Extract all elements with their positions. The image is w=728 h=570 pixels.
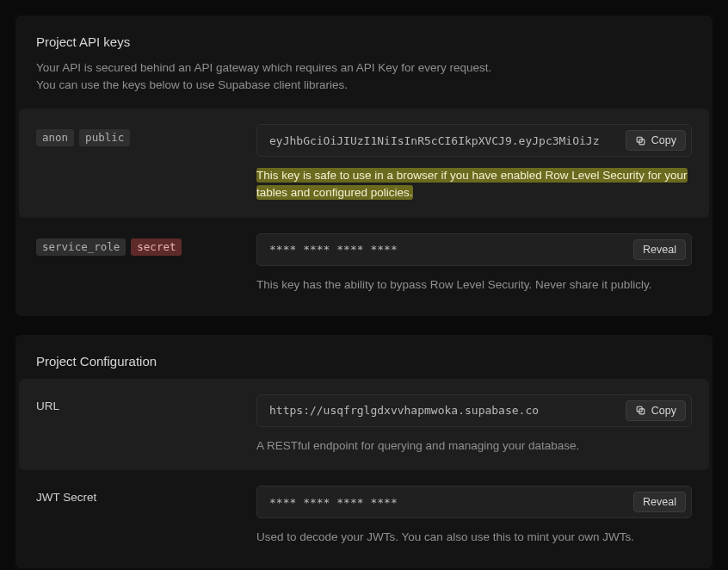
url-label: URL (36, 400, 59, 412)
service-key-value[interactable]: **** **** **** **** (269, 243, 625, 256)
url-label-cell: URL (36, 394, 256, 412)
tag-anon: anon (36, 129, 74, 146)
reveal-service-button[interactable]: Reveal (633, 239, 686, 260)
jwt-row: JWT Secret **** **** **** **** Reveal Us… (19, 470, 709, 561)
anon-key-value[interactable]: eyJhbGciOiJIUzI1NiIsInR5cCI6IkpXVCJ9.eyJ… (269, 134, 617, 147)
copy-label: Copy (651, 405, 676, 417)
url-row: URL https://usqfrglgdxvvhapmwoka.supabas… (19, 379, 709, 470)
url-value[interactable]: https://usqfrglgdxvvhapmwoka.supabase.co (269, 404, 617, 417)
copy-anon-button[interactable]: Copy (626, 130, 686, 151)
anon-key-desc: This key is safe to use in a browser if … (256, 167, 692, 202)
anon-key-value-box: eyJhbGciOiJIUzI1NiIsInR5cCI6IkpXVCJ9.eyJ… (256, 124, 692, 157)
anon-key-row: anon public eyJhbGciOiJIUzI1NiIsInR5cCI6… (19, 108, 709, 218)
api-keys-subtitle: Your API is secured behind an API gatewa… (36, 59, 692, 93)
jwt-label: JWT Secret (36, 491, 96, 504)
url-desc: A RESTful endpoint for querying and mana… (256, 437, 692, 455)
tag-public: public (79, 129, 130, 146)
url-value-box: https://usqfrglgdxvvhapmwoka.supabase.co… (256, 394, 692, 427)
copy-icon (635, 135, 646, 146)
project-config-title: Project Configuration (36, 354, 692, 369)
api-keys-panel: Project API keys Your API is secured beh… (15, 15, 713, 316)
tag-secret: secret (131, 239, 182, 256)
service-key-tags: service_role secret (36, 233, 256, 256)
service-key-row: service_role secret **** **** **** **** … (19, 218, 709, 309)
anon-key-desc-highlight: This key is safe to use in a browser if … (256, 168, 688, 200)
jwt-value[interactable]: **** **** **** **** (269, 496, 625, 509)
jwt-value-box: **** **** **** **** Reveal (256, 486, 692, 518)
project-config-panel: Project Configuration URL https://usqfrg… (15, 335, 713, 569)
reveal-label: Reveal (643, 496, 676, 508)
copy-label: Copy (651, 134, 676, 146)
copy-icon (635, 405, 646, 416)
jwt-desc: Used to decode your JWTs. You can also u… (256, 529, 692, 546)
api-keys-title: Project API keys (36, 34, 692, 49)
service-key-value-box: **** **** **** **** Reveal (256, 233, 692, 266)
copy-url-button[interactable]: Copy (626, 400, 686, 421)
tag-service-role: service_role (36, 239, 126, 256)
reveal-jwt-button[interactable]: Reveal (633, 492, 686, 512)
service-key-desc: This key has the ability to bypass Row L… (256, 276, 692, 294)
jwt-label-cell: JWT Secret (36, 486, 256, 504)
anon-key-tags: anon public (36, 124, 256, 146)
reveal-label: Reveal (643, 244, 676, 256)
